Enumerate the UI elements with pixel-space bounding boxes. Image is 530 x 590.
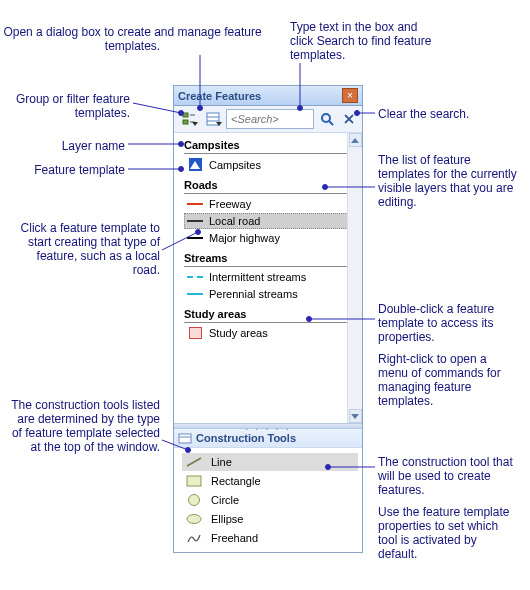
titlebar: Create Features ×	[174, 86, 362, 106]
feature-template[interactable]: Study areas	[184, 325, 358, 341]
construction-tools-title: Construction Tools	[196, 432, 296, 444]
toolbar	[174, 106, 362, 133]
svg-rect-13	[179, 434, 191, 443]
tool-label: Circle	[211, 494, 239, 506]
scrollbar[interactable]	[347, 133, 362, 423]
svg-line-15	[187, 458, 201, 466]
tool-label: Line	[211, 456, 232, 468]
ann-constr-default: Use the feature template properties to s…	[378, 505, 518, 561]
scroll-down-button[interactable]	[349, 409, 362, 423]
feature-template[interactable]: Intermittent streams	[184, 269, 358, 285]
layer-header: Campsites	[184, 139, 358, 154]
template-symbol-icon	[187, 276, 203, 278]
template-label: Perennial streams	[209, 288, 298, 300]
ann-type-search: Type text in the box and click Search to…	[290, 20, 440, 62]
feature-template[interactable]: Freeway	[184, 196, 358, 212]
group-filter-button[interactable]	[178, 109, 200, 129]
feature-template[interactable]: Local road	[184, 213, 358, 229]
circle-icon	[185, 493, 203, 507]
ann-right-click: Right-click to open a menu of commands f…	[378, 352, 518, 408]
template-symbol-icon	[187, 293, 203, 295]
template-label: Freeway	[209, 198, 251, 210]
svg-point-17	[189, 495, 200, 506]
ann-layer-name: Layer name	[10, 139, 125, 153]
search-box	[226, 109, 314, 129]
construction-tools-list: LineRectangleCircleEllipseFreehand	[174, 448, 362, 552]
construction-tool[interactable]: Freehand	[182, 529, 358, 547]
ellipse-icon	[185, 512, 203, 526]
search-input[interactable]	[227, 110, 313, 128]
template-label: Campsites	[209, 159, 261, 171]
template-symbol-icon	[187, 237, 203, 239]
ann-click-template: Click a feature template to start creati…	[10, 221, 160, 277]
feature-template[interactable]: Perennial streams	[184, 286, 358, 302]
construction-tool[interactable]: Ellipse	[182, 510, 358, 528]
close-button[interactable]: ×	[342, 88, 358, 103]
ann-dbl-click: Double-click a feature template to acces…	[378, 302, 518, 344]
template-symbol-icon	[187, 158, 203, 171]
chevron-down-icon	[192, 122, 198, 126]
construction-tool[interactable]: Circle	[182, 491, 358, 509]
template-label: Major highway	[209, 232, 280, 244]
construction-tool[interactable]: Line	[182, 453, 358, 471]
rect-icon	[185, 474, 203, 488]
ann-open-dialog: Open a dialog box to create and manage f…	[0, 25, 265, 53]
search-button[interactable]	[316, 109, 338, 129]
ann-group-filter: Group or filter feature templates.	[10, 92, 130, 120]
ann-constr-desc: The construction tools listed are determ…	[10, 398, 160, 454]
tools-icon	[178, 431, 192, 445]
template-symbol-icon	[187, 327, 203, 339]
svg-point-7	[322, 114, 330, 122]
template-label: Local road	[209, 215, 260, 227]
freehand-icon	[185, 531, 203, 545]
line-icon	[185, 455, 203, 469]
tool-label: Ellipse	[211, 513, 243, 525]
ann-constr-tool: The construction tool that will be used …	[378, 455, 518, 497]
ann-list-desc: The list of feature templates for the cu…	[378, 153, 518, 209]
template-label: Intermittent streams	[209, 271, 306, 283]
panel-title: Create Features	[178, 90, 261, 102]
chevron-down-icon	[216, 122, 222, 126]
feature-template[interactable]: Major highway	[184, 230, 358, 246]
template-symbol-icon	[187, 203, 203, 205]
svg-line-8	[329, 121, 333, 125]
clear-search-button[interactable]	[340, 109, 358, 129]
svg-point-18	[187, 515, 201, 524]
organize-templates-button[interactable]	[202, 109, 224, 129]
layer-header: Streams	[184, 252, 358, 267]
create-features-panel: Create Features ×	[173, 85, 363, 553]
construction-tool[interactable]: Rectangle	[182, 472, 358, 490]
search-icon	[320, 112, 334, 126]
tool-label: Rectangle	[211, 475, 261, 487]
svg-rect-16	[187, 476, 201, 486]
layer-header: Roads	[184, 179, 358, 194]
ann-feature-template: Feature template	[10, 163, 125, 177]
template-label: Study areas	[209, 327, 268, 339]
layer-header: Study areas	[184, 308, 358, 323]
feature-template[interactable]: Campsites	[184, 156, 358, 173]
ann-clear-search: Clear the search.	[378, 107, 488, 121]
scroll-up-button[interactable]	[349, 133, 362, 147]
svg-rect-0	[183, 113, 188, 117]
template-symbol-icon	[187, 220, 203, 222]
templates-list: CampsitesCampsitesRoadsFreewayLocal road…	[174, 133, 362, 423]
svg-rect-1	[183, 120, 188, 124]
clear-icon	[343, 113, 355, 125]
tool-label: Freehand	[211, 532, 258, 544]
construction-tools-header: Construction Tools	[174, 429, 362, 448]
